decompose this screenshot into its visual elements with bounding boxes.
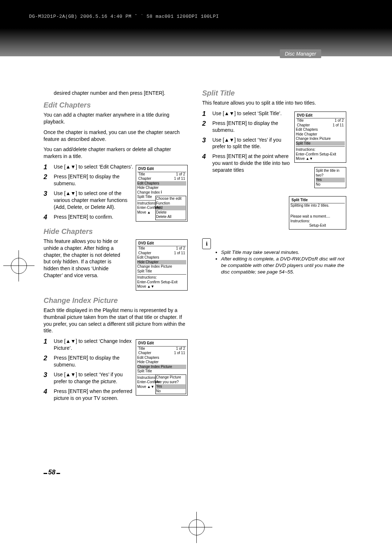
edit-chapters-p2: Once the chapter is marked, you can use … [44, 129, 188, 143]
heading-split-title: Split Title [202, 88, 346, 98]
step: Press [ENTER] to display the submenu. [44, 173, 188, 187]
osd-option: Yes [316, 178, 345, 182]
note-block: ℹ︎ Split Title may take several minutes.… [202, 238, 346, 276]
print-meta-line: DG-M32D1P-2A(GB) 2006.5.16 4:40 PM ˘ ` 5… [29, 14, 219, 19]
osd-row: Title [138, 246, 145, 251]
edit-chapters-p3: You can add/delete chapter markers or de… [44, 146, 188, 160]
note-icon: ℹ︎ [202, 238, 211, 249]
osd-line: Instructions: [290, 219, 345, 224]
osd-title: Split Title [290, 198, 345, 203]
osd-instr: Move ▲▼ [137, 284, 154, 288]
split-title-steps: Use [▲▼] to select ‘Split Title’. Press … [202, 110, 346, 174]
osd-line: Setup-Exit [290, 223, 345, 228]
edit-chapters-p1: You can add a chapter marker anywhere in… [44, 112, 188, 125]
split-title-p: This feature allows you to split a title… [202, 100, 346, 106]
hide-chapters-p: This feature allows you to hide or unhid… [44, 238, 123, 279]
osd-title: DVD Edit [137, 241, 186, 247]
heading-hide-chapters: Hide Chapters [44, 227, 188, 236]
step: Use [▲▼] to select one of the various ch… [44, 190, 188, 211]
step: Press [ENTER] to display the submenu. [44, 355, 188, 368]
step: Press [ENTER] to confirm. [44, 214, 188, 220]
intro-continued: desired chapter number and then press [E… [54, 90, 188, 97]
section-tab: Disc Manager [280, 49, 321, 58]
osd-split-progress: Split Title Splitting title into 2 title… [289, 196, 346, 230]
osd-row: Chapter [138, 251, 151, 256]
osd-item: Change Index Picture [137, 264, 186, 269]
osd-hide-chapters: DVD Edit Title1 of 2 Chapter1 of 11 Edit… [136, 239, 188, 291]
note-item: Split Title may take several minutes. [221, 249, 346, 256]
osd-val: 1 of 2 [176, 246, 185, 251]
step: Use [▲▼] to select ‘Change Index Picture… [44, 338, 188, 352]
step: Press [ENTER] at the point where you wan… [202, 153, 346, 174]
step: Use [▲▼] to select ‘Edit Chapters’. [44, 163, 188, 170]
osd-item: Hide Chapter [137, 260, 186, 265]
step: Press [ENTER] to display the submenu. [202, 120, 346, 134]
step: Use [▲▼] to select ‘Split Title’. [202, 110, 346, 117]
page-number: 58 [44, 469, 60, 476]
osd-line: Please wait a moment.... [290, 214, 345, 219]
right-column: Split Title This feature allows you to s… [202, 88, 346, 404]
osd-instr: Enter-Confirm Setup-Exit [137, 280, 177, 284]
osd-item: Edit Chapters [137, 255, 186, 260]
step: Use [▲▼] to select ‘Yes’ if you prefer t… [202, 137, 346, 150]
osd-item: Split Title [137, 269, 186, 274]
heading-change-index: Change Index Picture [44, 296, 188, 305]
step: Press [ENTER] when the preferred picture… [44, 388, 188, 402]
osd-val: 1 of 11 [174, 251, 185, 256]
registration-mark-icon [189, 519, 205, 535]
osd-instr: Instructions: [137, 275, 157, 279]
left-column: desired chapter number and then press [E… [44, 88, 188, 404]
note-item: After editing is complete, a DVD-RW,DVD±… [221, 256, 346, 276]
osd-option: No [316, 182, 345, 187]
osd-line: Splitting title into 2 titles. [290, 203, 345, 208]
heading-edit-chapters: Edit Chapters [44, 100, 188, 110]
header-bar [0, 0, 392, 56]
step: Use [▲▼] to select ‘Yes’ if you prefer t… [44, 371, 188, 385]
change-index-p: Each title displayed in the Playlist men… [44, 307, 188, 335]
registration-mark-icon [11, 258, 27, 274]
